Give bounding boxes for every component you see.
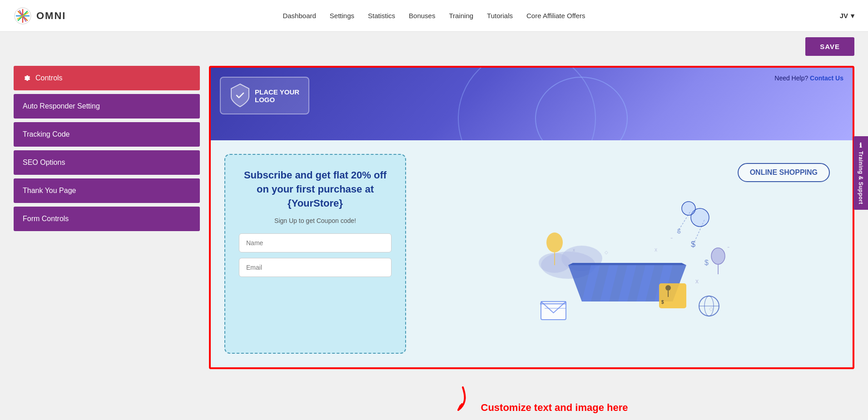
main-content: Controls Auto Responder Setting Tracking… — [0, 61, 868, 420]
training-support-tab[interactable]: ℹ Training & Support — [853, 136, 868, 210]
logo-text: OMNI — [36, 10, 66, 22]
shield-icon — [230, 83, 250, 108]
shopping-illustration: $ $ $ $ x — [514, 174, 741, 333]
subscribe-subtitle: Sign Up to get Coupon code! — [239, 217, 392, 224]
omni-logo-icon — [14, 7, 32, 25]
svg-text:x: x — [695, 277, 699, 285]
sidebar: Controls Auto Responder Setting Tracking… — [9, 61, 204, 420]
arrow-icon — [436, 385, 472, 417]
sidebar-item-form-controls[interactable]: Form Controls — [14, 207, 200, 231]
svg-text:$: $ — [704, 259, 709, 267]
online-shopping-badge: ONLINE SHOPPING — [738, 163, 830, 182]
preview-wrapper: PLACE YOUR LOGO Need Help? Contact Us Su… — [204, 61, 859, 420]
sidebar-item-thank-you-page[interactable]: Thank You Page — [14, 178, 200, 203]
gear-icon — [23, 74, 31, 82]
sidebar-form-controls-label: Form Controls — [23, 215, 69, 223]
contact-us-link[interactable]: Contact Us — [810, 74, 843, 82]
sidebar-auto-responder-label: Auto Responder Setting — [23, 102, 100, 110]
logo-area: OMNI — [14, 7, 66, 25]
need-help-area: Need Help? Contact Us — [774, 74, 843, 82]
sidebar-item-controls[interactable]: Controls — [14, 66, 200, 90]
nav-dashboard[interactable]: Dashboard — [283, 12, 316, 20]
save-bar: SAVE — [0, 32, 868, 61]
sidebar-item-tracking-code[interactable]: Tracking Code — [14, 122, 200, 147]
svg-text:$: $ — [661, 300, 664, 305]
preview-body: Subscribe and get flat 20% off on your f… — [211, 140, 853, 367]
svg-marker-16 — [568, 263, 686, 265]
nav-training[interactable]: Training — [449, 12, 473, 20]
save-button[interactable]: SAVE — [805, 37, 854, 56]
preview-header: PLACE YOUR LOGO Need Help? Contact Us — [211, 68, 853, 140]
illustration-area: ONLINE SHOPPING — [415, 154, 839, 354]
svg-text:-: - — [727, 243, 729, 251]
svg-text:◇: ◇ — [605, 250, 608, 255]
svg-text:x: x — [573, 247, 575, 252]
svg-point-28 — [546, 232, 563, 252]
chevron-down-icon: ▾ — [851, 12, 854, 20]
nav-settings[interactable]: Settings — [330, 12, 354, 20]
need-help-text: Need Help? — [774, 74, 808, 82]
nav-tutorials[interactable]: Tutorials — [487, 12, 513, 20]
preview-border: PLACE YOUR LOGO Need Help? Contact Us Su… — [209, 66, 854, 369]
subscribe-title: Subscribe and get flat 20% off on your f… — [239, 168, 392, 210]
sidebar-seo-options-label: SEO Options — [23, 158, 65, 167]
training-tab-icon: ℹ — [857, 142, 864, 149]
sidebar-item-seo-options[interactable]: SEO Options — [14, 150, 200, 175]
nav-bonuses[interactable]: Bonuses — [409, 12, 435, 20]
sidebar-thank-you-label: Thank You Page — [23, 187, 76, 195]
svg-point-18 — [665, 285, 671, 291]
name-input[interactable] — [239, 233, 392, 252]
logo-placeholder-text: PLACE YOUR LOGO — [255, 88, 299, 104]
main-nav: Dashboard Settings Statistics Bonuses Tr… — [283, 12, 585, 20]
svg-text:x: x — [655, 247, 657, 253]
nav-statistics[interactable]: Statistics — [368, 12, 395, 20]
customize-caption-text: Customize text and image here — [481, 388, 628, 414]
header: OMNI Dashboard Settings Statistics Bonus… — [0, 0, 868, 32]
user-menu[interactable]: JV ▾ — [840, 12, 854, 20]
customize-caption: Customize text and image here — [209, 369, 854, 420]
svg-point-27 — [682, 202, 695, 215]
svg-point-41 — [711, 248, 725, 264]
subscribe-box: Subscribe and get flat 20% off on your f… — [224, 154, 406, 354]
user-label: JV — [840, 12, 848, 20]
logo-placeholder: PLACE YOUR LOGO — [220, 77, 309, 114]
svg-text:-: - — [670, 234, 673, 242]
sidebar-item-auto-responder[interactable]: Auto Responder Setting — [14, 94, 200, 119]
email-input[interactable] — [239, 258, 392, 277]
sidebar-controls-label: Controls — [35, 74, 63, 82]
nav-core-affiliate-offers[interactable]: Core Affiliate Offers — [526, 12, 585, 20]
sidebar-tracking-code-label: Tracking Code — [23, 130, 69, 138]
training-tab-label: Training & Support — [858, 151, 864, 204]
